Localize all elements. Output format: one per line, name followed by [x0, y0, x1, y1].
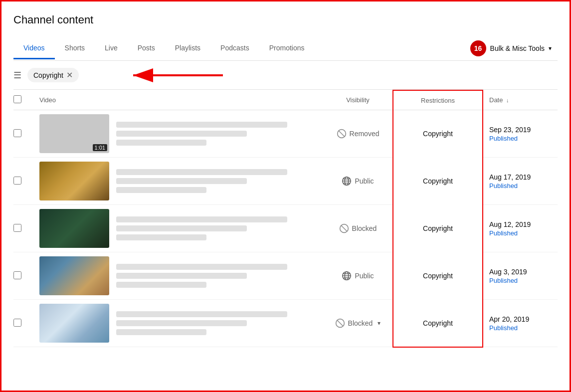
meta-title-line [116, 311, 287, 317]
bulk-tools-label: Bulk & Misc Tools [490, 44, 545, 52]
date-value: Apr 20, 2019 [489, 315, 552, 323]
row-checkbox-cell [13, 252, 33, 300]
row-checkbox[interactable] [13, 177, 21, 185]
row-video-cell: 1:01 [33, 110, 323, 158]
filter-icon[interactable]: ☰ [13, 70, 21, 81]
page-title: Channel content [13, 13, 558, 26]
tab-playlists[interactable]: Playlists [165, 38, 210, 59]
th-visibility: Visibility [323, 90, 393, 110]
meta-desc-line [116, 273, 247, 279]
table-row: Public Copyright Aug 3, 2019 Published [13, 252, 558, 300]
th-video: Video [33, 90, 323, 110]
table-row: 1:01 Removed Copyright [13, 110, 558, 158]
tab-shorts[interactable]: Shorts [55, 38, 95, 59]
row-checkbox-cell [13, 110, 33, 158]
date-value: Aug 12, 2019 [489, 220, 552, 228]
table-row: Public Copyright Aug 17, 2019 Published [13, 158, 558, 205]
status-badge: Published [489, 277, 552, 284]
th-checkbox [13, 90, 33, 110]
date-value: Aug 17, 2019 [489, 173, 552, 181]
meta-tag-line [116, 140, 206, 146]
row-checkbox[interactable] [13, 224, 21, 232]
tabs-bar: Videos Shorts Live Posts Playlists Podca… [13, 36, 558, 61]
blocked-icon [337, 129, 347, 139]
video-meta [116, 216, 317, 240]
filter-bar: ☰ Copyright ✕ [13, 61, 558, 90]
row-restrictions-cell: Copyright [393, 300, 483, 347]
bulk-tools-button[interactable]: 16 Bulk & Misc Tools ▾ [464, 36, 558, 60]
date-value: Aug 3, 2019 [489, 268, 552, 276]
visibility-dropdown-icon[interactable]: ▾ [378, 320, 381, 327]
row-checkbox-cell [13, 205, 33, 252]
tab-videos[interactable]: Videos [13, 38, 55, 59]
status-badge: Published [489, 182, 552, 190]
row-video-cell [33, 252, 323, 300]
table-row: Blocked Copyright Aug 12, 2019 Published [13, 205, 558, 252]
duration-badge: 1:01 [93, 144, 107, 151]
table-row: Blocked ▾ Copyright Apr 20, 2019 Publish… [13, 300, 558, 347]
svg-line-10 [341, 225, 347, 232]
filter-tag-copyright[interactable]: Copyright ✕ [27, 68, 79, 82]
date-value: Sep 23, 2019 [489, 126, 552, 134]
row-date-cell: Aug 12, 2019 Published [483, 205, 558, 252]
row-date-cell: Sep 23, 2019 Published [483, 110, 558, 158]
blocked-icon [339, 223, 349, 233]
row-checkbox[interactable] [13, 319, 21, 327]
video-thumbnail[interactable] [39, 256, 109, 295]
video-thumbnail[interactable] [39, 304, 109, 343]
meta-desc-line [116, 178, 247, 184]
video-thumbnail[interactable] [39, 162, 109, 200]
meta-tag-line [116, 187, 206, 193]
restrictions-value: Copyright [423, 224, 453, 232]
meta-tag-line [116, 234, 206, 240]
row-restrictions-cell: Copyright [393, 252, 483, 300]
th-date[interactable]: Date ↓ [483, 90, 558, 110]
content-table: Video Visibility Restrictions Date ↓ 1:0… [13, 90, 558, 348]
row-visibility-cell: Blocked ▾ [323, 300, 393, 347]
svg-line-17 [337, 320, 343, 327]
blocked-icon [335, 318, 345, 328]
visibility-label: Removed [350, 130, 380, 138]
meta-desc-line [116, 225, 247, 231]
visibility-label: Blocked [348, 319, 373, 327]
tab-posts[interactable]: Posts [128, 38, 165, 59]
video-thumbnail[interactable] [39, 209, 109, 248]
filter-tag-close-icon[interactable]: ✕ [66, 70, 73, 80]
video-meta [116, 311, 317, 335]
row-date-cell: Apr 20, 2019 Published [483, 300, 558, 347]
select-all-checkbox[interactable] [13, 95, 21, 103]
tab-podcasts[interactable]: Podcasts [210, 38, 259, 59]
row-restrictions-cell: Copyright [393, 158, 483, 205]
status-badge: Published [489, 324, 552, 332]
row-visibility-cell: Public [323, 158, 393, 205]
filter-tag-label: Copyright [33, 71, 63, 79]
row-restrictions-cell: Copyright [393, 110, 483, 158]
status-badge: Published [489, 135, 552, 142]
video-thumbnail[interactable]: 1:01 [39, 114, 109, 153]
meta-tag-line [116, 282, 206, 288]
restrictions-value: Copyright [423, 272, 453, 280]
row-date-cell: Aug 17, 2019 Published [483, 158, 558, 205]
row-video-cell [33, 300, 323, 347]
visibility-label: Public [355, 177, 374, 185]
globe-icon [342, 176, 352, 186]
tab-live[interactable]: Live [95, 38, 128, 59]
row-checkbox-cell [13, 300, 33, 347]
tab-promotions[interactable]: Promotions [259, 38, 315, 59]
table-header-row: Video Visibility Restrictions Date ↓ [13, 90, 558, 110]
meta-title-line [116, 122, 287, 128]
meta-title-line [116, 264, 287, 270]
row-date-cell: Aug 3, 2019 Published [483, 252, 558, 300]
row-restrictions-cell: Copyright [393, 205, 483, 252]
restrictions-value: Copyright [423, 130, 453, 138]
annotation-arrow [128, 66, 228, 84]
restrictions-value: Copyright [423, 319, 453, 327]
row-visibility-cell: Removed [323, 110, 393, 158]
row-video-cell [33, 205, 323, 252]
row-visibility-cell: Blocked [323, 205, 393, 252]
meta-desc-line [116, 131, 247, 137]
row-checkbox[interactable] [13, 129, 21, 137]
row-checkbox[interactable] [13, 271, 21, 279]
row-visibility-cell: Public [323, 252, 393, 300]
sort-arrow-icon: ↓ [506, 97, 509, 103]
